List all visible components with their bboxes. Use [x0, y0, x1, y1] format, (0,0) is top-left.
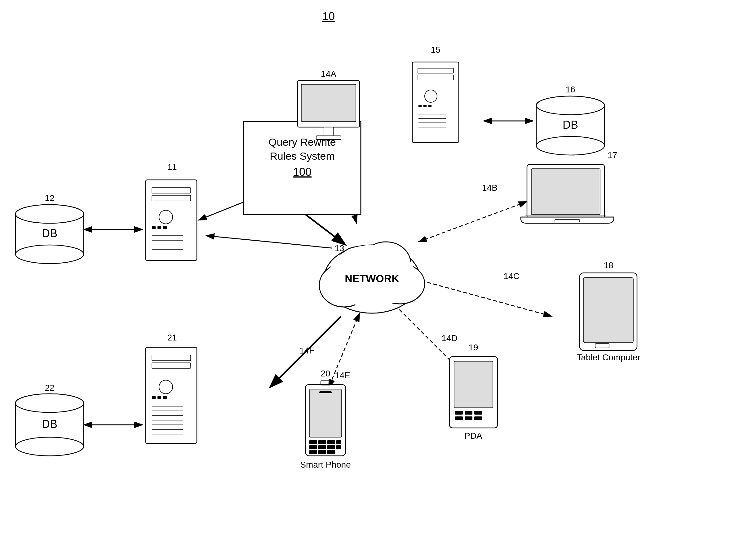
svg-rect-56	[419, 105, 422, 107]
svg-text:PDA: PDA	[464, 431, 482, 441]
svg-text:14C: 14C	[503, 271, 519, 281]
svg-line-6	[301, 211, 346, 245]
svg-text:18: 18	[604, 261, 613, 270]
svg-rect-102	[318, 445, 326, 449]
svg-rect-71	[531, 169, 600, 215]
svg-line-7	[206, 236, 332, 248]
svg-rect-57	[423, 105, 427, 107]
svg-point-19	[15, 204, 84, 223]
svg-rect-28	[163, 226, 167, 229]
svg-rect-22	[146, 180, 197, 261]
svg-rect-106	[318, 450, 326, 454]
svg-text:15: 15	[431, 45, 440, 54]
svg-rect-105	[309, 450, 317, 454]
svg-rect-49	[324, 127, 333, 136]
svg-rect-58	[428, 105, 432, 107]
svg-text:11: 11	[167, 162, 177, 172]
svg-text:12: 12	[45, 193, 54, 203]
svg-text:DB: DB	[42, 418, 57, 430]
svg-text:22: 22	[45, 383, 54, 393]
svg-point-130	[15, 437, 84, 456]
svg-rect-52	[412, 62, 459, 143]
svg-line-11	[415, 279, 552, 316]
svg-rect-89	[465, 416, 472, 420]
svg-text:Rules System: Rules System	[270, 150, 335, 162]
diagram-container: 10	[0, 0, 739, 560]
svg-text:DB: DB	[42, 227, 57, 240]
svg-point-66	[536, 136, 604, 155]
svg-rect-27	[157, 226, 161, 229]
svg-text:14B: 14B	[482, 183, 497, 192]
svg-rect-90	[474, 416, 482, 420]
svg-rect-118	[157, 396, 161, 399]
svg-rect-99	[327, 440, 335, 444]
svg-text:DB: DB	[563, 119, 578, 131]
svg-rect-117	[152, 396, 156, 399]
diagram-title: 10	[322, 10, 335, 23]
svg-line-10	[419, 201, 527, 242]
svg-rect-97	[309, 440, 317, 444]
svg-rect-84	[454, 361, 493, 408]
svg-rect-48	[301, 84, 356, 122]
svg-rect-113	[146, 347, 197, 443]
svg-text:NETWORK: NETWORK	[345, 273, 399, 284]
svg-text:Smart Phone: Smart Phone	[300, 460, 350, 469]
svg-text:100: 100	[293, 166, 311, 178]
svg-rect-103	[327, 445, 335, 449]
svg-rect-85	[455, 411, 463, 415]
diagram-svg: 10	[0, 0, 739, 560]
svg-rect-87	[474, 411, 482, 415]
svg-text:17: 17	[608, 150, 617, 160]
svg-text:20: 20	[320, 369, 330, 378]
svg-rect-98	[318, 440, 326, 444]
svg-rect-50	[316, 136, 341, 140]
svg-rect-96	[319, 391, 332, 393]
svg-text:Tablet Computer: Tablet Computer	[577, 353, 640, 362]
svg-rect-119	[163, 396, 167, 399]
svg-text:19: 19	[468, 342, 478, 352]
svg-text:14A: 14A	[321, 69, 336, 79]
svg-text:14D: 14D	[441, 333, 457, 343]
svg-text:14E: 14E	[335, 371, 350, 380]
svg-text:13: 13	[334, 243, 344, 253]
svg-rect-101	[309, 445, 317, 449]
svg-rect-26	[152, 226, 156, 229]
svg-rect-78	[583, 278, 633, 342]
svg-point-18	[15, 245, 84, 264]
svg-line-5	[198, 201, 245, 220]
svg-point-67	[536, 96, 604, 115]
svg-rect-104	[336, 445, 341, 449]
svg-rect-100	[336, 440, 341, 444]
svg-rect-88	[455, 416, 463, 420]
svg-rect-95	[309, 389, 341, 437]
svg-text:16: 16	[565, 85, 575, 94]
svg-rect-107	[327, 450, 335, 454]
svg-rect-86	[465, 411, 472, 415]
svg-point-131	[15, 394, 84, 412]
svg-text:14F: 14F	[299, 346, 314, 356]
svg-text:21: 21	[167, 333, 177, 342]
